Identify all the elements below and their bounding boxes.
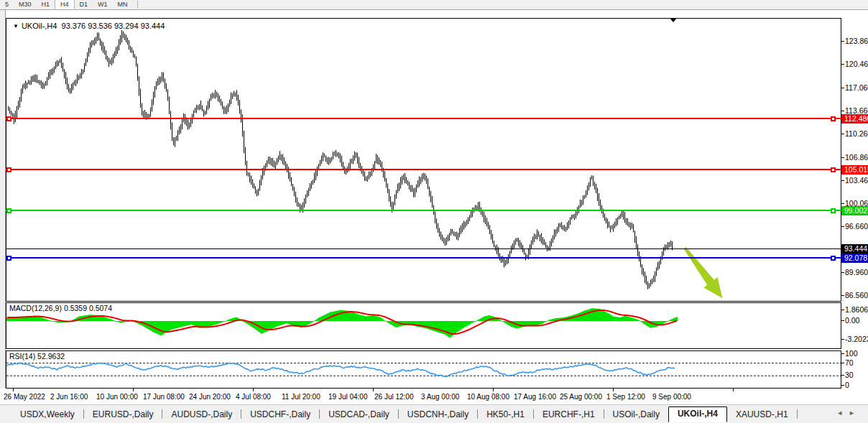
time-axis-label: 2 Jun 16:00 [50, 393, 88, 401]
macd-axis-label: 1.8606 [845, 305, 868, 314]
line-anchor-icon[interactable] [6, 256, 11, 261]
time-axis-label: 19 Jul 04:00 [328, 393, 368, 401]
time-axis-label: 9 Sep 00:00 [652, 393, 691, 401]
price-axis-label: 86.560 [845, 291, 868, 299]
tab-usdcad-daily[interactable]: USDCAD-,Daily [320, 407, 398, 422]
tab-scroll-controls: ◄► [836, 409, 861, 417]
axis-tick [841, 203, 844, 204]
hline-92.078[interactable] [6, 257, 841, 259]
tab-audusd-daily[interactable]: AUDUSD-,Daily [162, 407, 241, 422]
tab-usdx-weekly[interactable]: USDX,Weekly [11, 407, 83, 422]
timeframe-button-h1[interactable]: H1 [37, 0, 55, 9]
timeframe-button-5[interactable]: 5 [0, 0, 14, 9]
chart-symbol-label: UKOil-,H4 [22, 22, 57, 30]
mt4-window: 5M30H1H4D1W1MN ▼UKOil-,H4 93.376 93.536 … [0, 0, 868, 423]
rsi-canvas[interactable] [6, 351, 841, 388]
tab-scroll-right-icon[interactable]: ► [849, 409, 861, 417]
axis-tick [841, 272, 844, 273]
line-anchor-icon[interactable] [831, 167, 836, 172]
price-axis-label: 120.460 [845, 60, 868, 68]
rsi-panel[interactable]: RSI(14) 52.9632 [6, 350, 841, 389]
macd-panel[interactable]: MACD(12,26,9) 0.5359 0.5074 [6, 302, 841, 349]
tab-hk50-h1[interactable]: HK50-,H1 [478, 407, 533, 422]
rsi-axis-label: 30 [845, 371, 854, 379]
axis-tick [841, 310, 844, 310]
time-tick [133, 389, 134, 391]
axis-tick [841, 41, 844, 42]
hline-105.015[interactable] [6, 169, 841, 170]
timeframe-button-w1[interactable]: W1 [93, 0, 113, 9]
price-tag-112.486: 112.486 [841, 114, 868, 124]
price-tag-105.015: 105.015 [841, 165, 868, 175]
price-tag-99.002: 99.002 [841, 206, 868, 215]
tab-separator [797, 409, 798, 419]
tab-eurusd-daily[interactable]: EURUSD-,Daily [84, 407, 162, 422]
time-tick [613, 389, 614, 391]
axis-tick [841, 226, 844, 227]
price-tag-92.078: 92.078 [841, 254, 868, 263]
timeframe-button-mn[interactable]: MN [113, 0, 133, 9]
hline-93.444[interactable] [6, 248, 841, 249]
tab-usdcnh-daily[interactable]: USDCNH-,Daily [399, 407, 477, 422]
symbol-dropdown-icon[interactable]: ▼ [13, 23, 19, 29]
tab-ukoil-h4[interactable]: UKOil-,H4 [668, 406, 727, 422]
tab-scroll-left-icon[interactable]: ◄ [836, 409, 849, 417]
axis-tick [841, 180, 844, 181]
timeframe-button-d1[interactable]: D1 [75, 0, 93, 9]
hline-99.002[interactable] [6, 210, 841, 211]
axis-tick [841, 88, 844, 88]
price-axis-label: 106.860 [845, 153, 868, 162]
price-axis-label: 96.660 [845, 222, 868, 231]
sell-signal-arrow-icon[interactable] [683, 247, 722, 298]
timeframe-button-m30[interactable]: M30 [14, 0, 37, 9]
tab-usdchf-daily[interactable]: USDCHF-,Daily [241, 407, 319, 422]
time-axis-label: 4 Jul 08:00 [236, 393, 271, 401]
time-tick [493, 389, 494, 391]
time-axis-label: 17 Aug 16:00 [514, 393, 556, 401]
tab-usoil-daily[interactable]: USOil-,Daily [604, 407, 668, 422]
axis-tick [841, 134, 844, 134]
time-axis-label: 11 Jul 20:00 [282, 393, 320, 401]
timeframe-toolbar: 5M30H1H4D1W1MN [0, 0, 868, 10]
rsi-axis-label: 100 [845, 349, 858, 358]
time-axis-label: 3 Aug 00:00 [421, 393, 459, 401]
macd-label: MACD(12,26,9) 0.5359 0.5074 [9, 304, 112, 312]
line-anchor-icon[interactable] [6, 208, 11, 213]
rsi-axis-label: 0 [845, 381, 849, 389]
price-axis-label: 117.060 [845, 83, 868, 92]
time-axis-label: 17 Jun 08:00 [143, 393, 185, 401]
time-axis-label: 1 Sep 12:00 [606, 393, 645, 401]
time-axis-label: 26 Jul 12:00 [374, 393, 414, 401]
time-axis-label: 10 Aug 08:00 [467, 393, 509, 401]
price-axis-label: 110.260 [845, 129, 868, 138]
candlestick-canvas[interactable] [6, 19, 841, 301]
axis-tick [841, 363, 844, 363]
chart-ohlc-values: 93.376 93.536 93.294 93.444 [62, 22, 165, 30]
macd-canvas[interactable] [6, 303, 841, 348]
price-chart-panel[interactable]: ▼UKOil-,H4 93.376 93.536 93.294 93.444 [6, 18, 841, 302]
time-axis[interactable]: 26 May 20222 Jun 16:0010 Jun 00:0017 Jun… [0, 389, 841, 404]
price-axis-label: 123.860 [845, 37, 868, 45]
price-axis[interactable]: 123.860120.460117.060113.660110.260106.8… [841, 10, 868, 404]
chart-title: ▼UKOil-,H4 93.376 93.536 93.294 93.444 [13, 22, 165, 30]
time-tick [253, 389, 254, 391]
axis-tick [841, 64, 844, 65]
axis-tick [841, 157, 844, 158]
macd-axis-label: 0.00 [845, 316, 859, 325]
line-anchor-icon[interactable] [6, 116, 11, 121]
line-anchor-icon[interactable] [831, 116, 836, 121]
hline-112.486[interactable] [6, 118, 841, 119]
tab-eurchf-h1[interactable]: EURCHF-,H1 [534, 407, 604, 422]
axis-tick [841, 339, 844, 340]
time-axis-label: 25 Aug 00:00 [560, 393, 602, 401]
time-tick [373, 389, 374, 391]
line-anchor-icon[interactable] [831, 208, 836, 213]
tab-xauusd-h1[interactable]: XAUUSD-,H1 [727, 407, 797, 422]
line-anchor-icon[interactable] [831, 256, 836, 261]
timeframe-button-h4[interactable]: H4 [55, 0, 75, 9]
time-tick [733, 389, 734, 391]
rsi-axis-label: 70 [845, 358, 854, 367]
axis-tick [841, 111, 844, 111]
line-anchor-icon[interactable] [6, 167, 11, 172]
last-bar-marker-icon [670, 18, 677, 22]
